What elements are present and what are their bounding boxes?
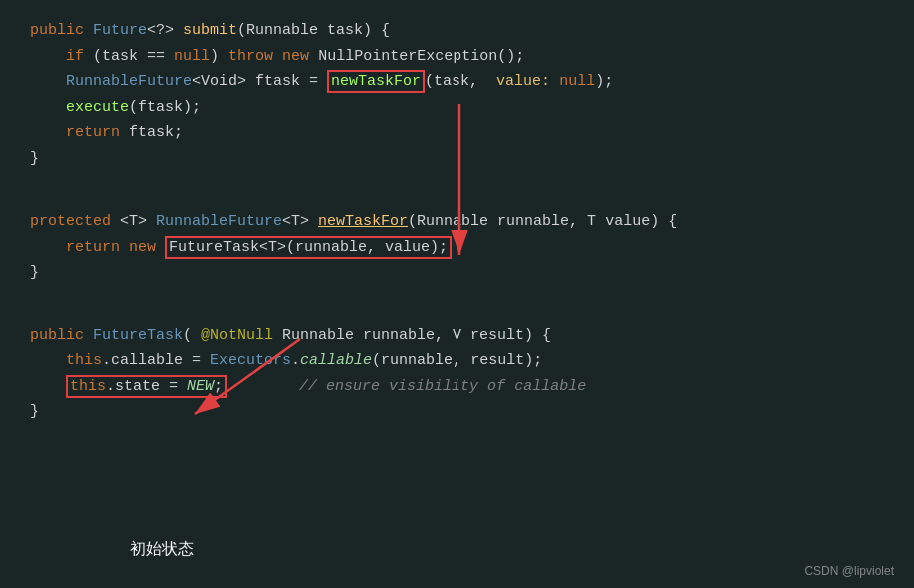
code-line: public Future<?> submit(Runnable task) { <box>30 18 884 44</box>
code-line: RunnableFuture<Void> ftask = newTaskFor(… <box>30 69 884 95</box>
code-line: protected <T> RunnableFuture<T> newTaskF… <box>30 209 884 235</box>
chinese-label: 初始状态 <box>130 539 194 560</box>
code-line: execute(ftask); <box>30 95 884 121</box>
code-line: return ftask; <box>30 120 884 146</box>
code-line: } <box>30 260 884 286</box>
watermark: CSDN @lipviolet <box>804 564 894 578</box>
code-block-3: public FutureTask( @NotNull Runnable run… <box>30 323 884 425</box>
code-block-1: public Future<?> submit(Runnable task) {… <box>30 18 884 171</box>
code-line: } <box>30 399 884 425</box>
code-line: this.callable = Executors.callable(runna… <box>30 348 884 374</box>
code-line: } <box>30 146 884 172</box>
code-block-2: protected <T> RunnableFuture<T> newTaskF… <box>30 209 884 286</box>
separator-2 <box>30 286 884 323</box>
separator-1 <box>30 171 884 209</box>
code-line: return new FutureTask<T>(runnable, value… <box>30 235 884 261</box>
code-line: public FutureTask( @NotNull Runnable run… <box>30 323 884 349</box>
code-line: this.state = NEW; // ensure visibility o… <box>30 374 884 400</box>
code-line: if (task == null) throw new NullPointerE… <box>30 44 884 70</box>
code-container: public Future<?> submit(Runnable task) {… <box>0 0 914 588</box>
